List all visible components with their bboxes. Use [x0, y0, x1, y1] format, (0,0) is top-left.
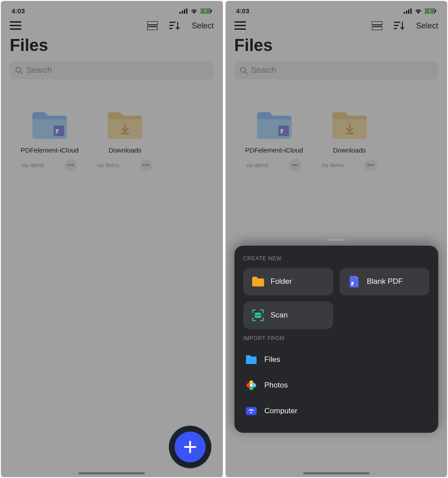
- status-time: 4:03: [236, 7, 249, 15]
- svg-rect-3: [186, 8, 187, 14]
- svg-rect-45: [351, 284, 353, 286]
- menu-button[interactable]: [234, 21, 246, 30]
- status-time: 4:03: [12, 7, 25, 15]
- folder-blue-icon: [245, 354, 257, 365]
- home-indicator[interactable]: [303, 472, 370, 474]
- svg-rect-12: [169, 22, 175, 23]
- folder-icon: [31, 110, 69, 141]
- folder-item-pdfelement[interactable]: PDFelement-iCloud no items •••: [243, 110, 305, 172]
- folder-grid: PDFelement-iCloud no items ••• Downloads…: [10, 79, 214, 172]
- sheet-grabber[interactable]: [327, 239, 345, 241]
- folder-subtitle: no items: [247, 162, 269, 168]
- svg-rect-1: [182, 11, 183, 14]
- import-computer-button[interactable]: Computer: [243, 399, 430, 423]
- folder-name: Downloads: [109, 146, 141, 155]
- folder-more-button[interactable]: •••: [65, 159, 77, 172]
- svg-rect-42: [280, 132, 282, 133]
- status-bar: 4:03: [234, 1, 439, 18]
- create-sheet: CREATE NEW Folder Blank PDF Scan: [234, 246, 439, 433]
- page-title: Files: [234, 35, 439, 61]
- folder-icon: [255, 110, 293, 141]
- svg-rect-19: [56, 132, 58, 133]
- svg-line-39: [245, 72, 247, 74]
- status-indicators: [404, 8, 436, 14]
- status-indicators: [179, 8, 212, 14]
- menu-button[interactable]: [10, 21, 21, 30]
- folder-item-downloads[interactable]: Downloads no items •••: [94, 110, 156, 172]
- search-input[interactable]: Search: [10, 61, 214, 79]
- toolbar: Select: [234, 18, 439, 35]
- tile-label: Blank PDF: [367, 277, 403, 286]
- svg-rect-29: [435, 10, 436, 12]
- svg-rect-8: [10, 25, 21, 26]
- page-title: Files: [10, 35, 214, 61]
- create-folder-button[interactable]: Folder: [243, 268, 333, 295]
- fab-ring: [169, 426, 211, 468]
- svg-rect-37: [394, 28, 397, 29]
- computer-icon: [245, 405, 257, 417]
- svg-rect-26: [410, 8, 412, 14]
- photos-icon: [245, 380, 257, 391]
- create-scan-button[interactable]: Scan: [243, 302, 333, 329]
- phone-screen-left: 4:03 Select Files: [1, 1, 223, 477]
- svg-rect-13: [169, 25, 174, 26]
- folder-more-button[interactable]: •••: [289, 159, 302, 172]
- sheet-heading-import: IMPORT FROM: [243, 335, 430, 341]
- scan-icon: [251, 309, 265, 322]
- import-label: Photos: [265, 381, 288, 390]
- import-label: Files: [265, 355, 280, 364]
- svg-rect-17: [54, 125, 64, 136]
- sheet-heading-create: CREATE NEW: [243, 255, 430, 262]
- folder-icon: [106, 110, 144, 141]
- import-label: Computer: [265, 407, 298, 415]
- sort-button[interactable]: [394, 21, 405, 31]
- toolbar: Select: [10, 18, 214, 35]
- svg-rect-34: [372, 27, 382, 30]
- svg-rect-44: [351, 282, 354, 284]
- search-placeholder: Search: [27, 66, 52, 75]
- tile-label: Folder: [271, 277, 292, 286]
- view-toggle-button[interactable]: [372, 21, 382, 30]
- wifi-icon: [414, 8, 422, 14]
- svg-rect-23: [404, 12, 405, 14]
- svg-rect-41: [280, 129, 283, 132]
- import-files-button[interactable]: Files: [243, 348, 430, 372]
- create-blank-pdf-button[interactable]: Blank PDF: [339, 268, 429, 295]
- sort-button[interactable]: [169, 21, 180, 31]
- svg-rect-40: [278, 125, 289, 136]
- search-input[interactable]: Search: [234, 61, 439, 79]
- battery-charging-icon: [201, 8, 212, 14]
- svg-rect-31: [234, 25, 246, 26]
- folder-name: PDFelement-iCloud: [21, 146, 79, 155]
- home-indicator[interactable]: [78, 472, 145, 474]
- svg-rect-18: [56, 129, 58, 132]
- svg-rect-36: [394, 25, 398, 26]
- svg-rect-0: [179, 12, 181, 14]
- import-photos-button[interactable]: Photos: [243, 373, 430, 397]
- add-button[interactable]: [175, 431, 206, 462]
- phone-screen-right: 4:03 Select Files: [226, 1, 448, 477]
- svg-rect-11: [147, 27, 158, 30]
- folder-more-button[interactable]: •••: [140, 159, 152, 172]
- folder-icon: [331, 110, 369, 141]
- tile-label: Scan: [271, 311, 288, 320]
- battery-charging-icon: [425, 8, 436, 14]
- select-button[interactable]: Select: [416, 21, 438, 31]
- svg-rect-32: [234, 28, 246, 30]
- cellular-signal-icon: [179, 8, 187, 14]
- svg-rect-30: [234, 21, 246, 23]
- svg-rect-14: [169, 28, 172, 29]
- folder-item-downloads[interactable]: Downloads no items •••: [319, 110, 381, 172]
- folder-item-pdfelement[interactable]: PDFelement-iCloud no items •••: [19, 110, 81, 172]
- select-button[interactable]: Select: [191, 21, 214, 31]
- cellular-signal-icon: [404, 8, 412, 14]
- svg-rect-24: [406, 11, 407, 14]
- svg-point-15: [16, 67, 21, 72]
- folder-more-button[interactable]: •••: [365, 159, 377, 172]
- svg-rect-7: [10, 21, 21, 23]
- svg-rect-9: [10, 28, 21, 30]
- svg-point-38: [241, 67, 245, 72]
- folder-icon: [251, 275, 265, 288]
- folder-grid: PDFelement-iCloud no items ••• Downloads…: [234, 79, 439, 172]
- view-toggle-button[interactable]: [147, 21, 158, 30]
